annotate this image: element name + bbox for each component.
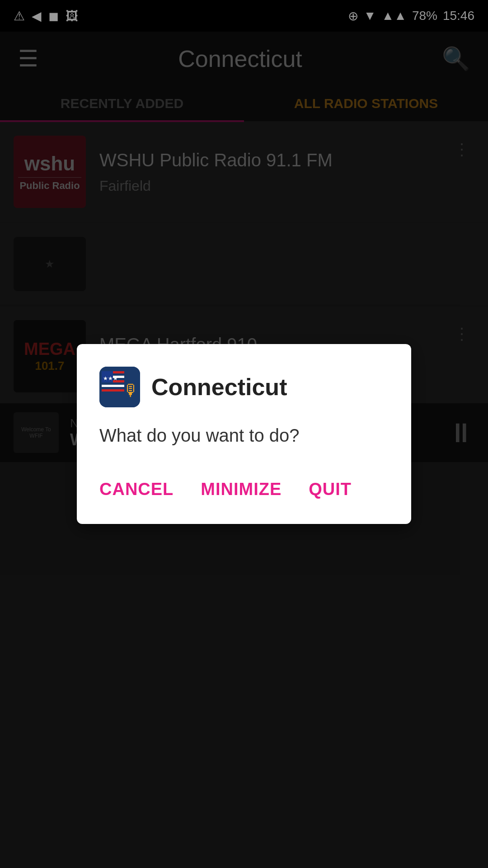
- cancel-button[interactable]: CANCEL: [99, 473, 187, 506]
- svg-rect-5: [102, 389, 124, 392]
- dialog: ★★★ 🎙 Connecticut What do you want to do…: [77, 344, 411, 524]
- minimize-button[interactable]: MINIMIZE: [187, 473, 295, 506]
- svg-rect-4: [102, 385, 124, 387]
- dialog-app-icon: ★★★ 🎙: [99, 367, 140, 407]
- dialog-question: What do you want to do?: [99, 425, 389, 446]
- dialog-header: ★★★ 🎙 Connecticut: [99, 367, 389, 407]
- dialog-overlay: ★★★ 🎙 Connecticut What do you want to do…: [0, 0, 488, 868]
- dialog-title: Connecticut: [151, 373, 287, 401]
- quit-button[interactable]: QUIT: [295, 473, 365, 506]
- svg-text:★★★: ★★★: [103, 375, 118, 382]
- dialog-actions: CANCEL MINIMIZE QUIT: [99, 473, 389, 506]
- svg-text:🎙: 🎙: [123, 381, 139, 400]
